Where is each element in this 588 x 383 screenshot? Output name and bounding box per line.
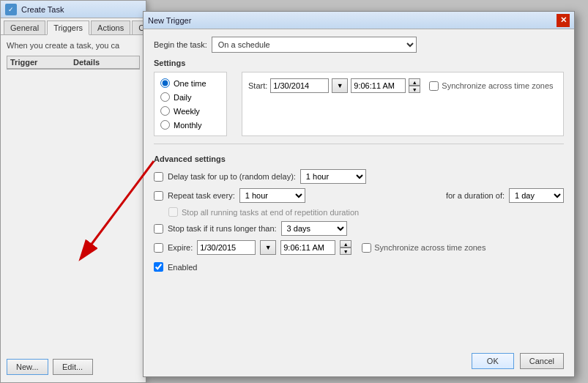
advanced-section: Advanced settings Delay task for up to (… [154,150,564,276]
create-task-titlebar: ✓ Create Task [1,1,146,18]
spin-down-button[interactable]: ▼ [409,86,420,93]
create-task-icon: ✓ [5,4,17,15]
expire-row: Expire: ▼ ▲ ▼ Synchronize across time zo… [154,240,564,255]
cancel-button[interactable]: Cancel [520,353,564,369]
create-task-title: Create Task [21,5,64,14]
new-trigger-window: New Trigger ✕ Begin the task: On a sched… [143,11,575,377]
start-date-input[interactable] [270,78,329,93]
delay-label: Delay task for up to (random delay): [168,172,296,181]
expire-date-calendar-button[interactable]: ▼ [260,240,276,255]
start-time-input[interactable] [351,78,406,93]
radio-monthly[interactable]: Monthly [160,120,220,130]
radio-daily[interactable]: Daily [160,92,220,102]
create-task-buttons: New... Edit... [7,359,93,375]
start-label: Start: [248,81,267,90]
new-trigger-title: New Trigger [148,16,191,25]
divider [154,144,564,144]
start-row: Start: ▼ ▲ ▼ Synchronize across time zon… [248,78,557,93]
expire-sync-checkbox[interactable] [362,243,371,253]
expire-spin-down-button[interactable]: ▼ [340,248,351,255]
expire-checkbox[interactable] [154,243,163,253]
delay-checkbox[interactable] [154,172,163,182]
create-task-window: ✓ Create Task General Triggers Actions C… [0,0,146,383]
trigger-table-header: Trigger Details [7,56,139,69]
edit-button[interactable]: Edit... [53,359,93,375]
stop-longer-label: Stop task if it runs longer than: [168,224,277,233]
stop-all-row: Stop all running tasks at end of repetit… [154,207,564,217]
stop-longer-value-select[interactable]: 3 days [281,221,347,236]
spin-up-button[interactable]: ▲ [409,78,420,86]
sync-checkbox[interactable] [429,81,439,91]
ok-button[interactable]: OK [472,353,514,369]
create-task-body: When you create a task, you ca Trigger D… [1,35,146,75]
expire-date-input[interactable] [197,240,256,255]
create-task-description: When you create a task, you ca [7,41,140,50]
begin-task-row: Begin the task: On a schedule [154,37,564,53]
tab-actions[interactable]: Actions [91,21,130,34]
enabled-checkbox[interactable] [154,262,163,272]
stop-all-checkbox[interactable] [168,207,178,217]
expire-time-spinner[interactable]: ▲ ▼ [340,240,351,255]
expire-label: Expire: [168,243,193,252]
new-trigger-titlebar: New Trigger ✕ [144,12,574,29]
expire-sync-label[interactable]: Synchronize across time zones [362,243,485,253]
repeat-task-row: Repeat task every: 1 hour for a duration… [154,188,564,203]
stop-all-label: Stop all running tasks at end of repetit… [182,208,359,217]
start-time-spinner[interactable]: ▲ ▼ [409,78,420,93]
close-button[interactable]: ✕ [557,14,570,27]
schedule-radio-group: One time Daily Weekly Monthly [154,72,227,136]
expire-spin-up-button[interactable]: ▲ [340,240,351,248]
stop-longer-row: Stop task if it runs longer than: 3 days [154,221,564,236]
start-panel: Start: ▼ ▲ ▼ Synchronize across time zon… [242,72,564,136]
begin-task-label: Begin the task: [154,40,207,49]
duration-value-select[interactable]: 1 day [509,188,564,203]
tab-triggers[interactable]: Triggers [47,21,89,35]
settings-panel: One time Daily Weekly Monthly Start: [154,72,564,136]
begin-task-select[interactable]: On a schedule [212,37,417,53]
enabled-row: Enabled [154,262,564,272]
sync-label[interactable]: Synchronize across time zones [429,81,553,91]
delay-value-select[interactable]: 1 hour [300,169,366,184]
repeat-checkbox[interactable] [154,191,163,201]
trigger-table: Trigger Details [7,56,140,70]
tabs-bar: General Triggers Actions Co... [1,18,146,35]
radio-weekly[interactable]: Weekly [160,106,220,116]
dialog-buttons: OK Cancel [472,353,564,369]
repeat-value-select[interactable]: 1 hour [239,188,305,203]
col-details: Details [73,58,136,67]
repeat-label: Repeat task every: [168,191,235,200]
enabled-label: Enabled [168,263,197,272]
radio-one-time[interactable]: One time [160,78,220,88]
new-trigger-body: Begin the task: On a schedule Settings O… [144,29,574,283]
start-date-calendar-button[interactable]: ▼ [332,78,348,93]
delay-task-row: Delay task for up to (random delay): 1 h… [154,169,564,184]
new-button[interactable]: New... [7,359,48,375]
settings-label: Settings [154,59,564,67]
duration-label: for a duration of: [446,191,505,200]
expire-time-input[interactable] [280,240,335,255]
stop-longer-checkbox[interactable] [154,224,163,234]
advanced-label: Advanced settings [154,155,564,163]
tab-general[interactable]: General [4,21,45,34]
col-trigger: Trigger [10,58,73,67]
